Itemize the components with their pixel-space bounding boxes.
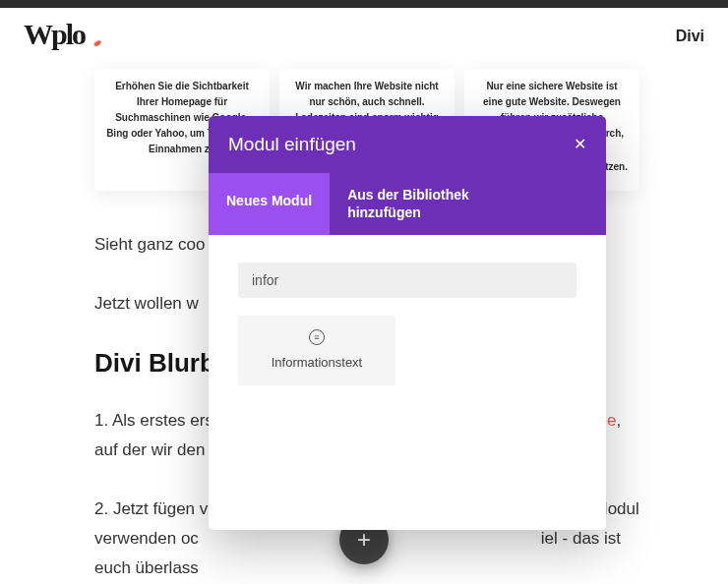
nav-link-divi[interactable]: Divi bbox=[676, 28, 704, 45]
modal-tabs: Neues Modul Aus der Bibliothek hinzufüge… bbox=[209, 173, 606, 235]
tab-new-module[interactable]: Neues Modul bbox=[209, 173, 330, 235]
article-link[interactable]: e bbox=[607, 411, 616, 430]
logo[interactable]: Wplo bbox=[24, 20, 106, 53]
modal-header: Modul einfügen ✕ bbox=[209, 116, 606, 173]
browser-chrome-strip bbox=[0, 0, 728, 8]
modal-title: Modul einfügen bbox=[228, 134, 356, 155]
article-text: 1. Als erstes ers bbox=[94, 411, 213, 430]
insert-module-modal: Modul einfügen ✕ Neues Modul Aus der Bib… bbox=[209, 116, 606, 530]
article-text: Sieht ganz coo bbox=[94, 235, 205, 254]
site-header: Wplo Divi bbox=[0, 8, 728, 73]
module-option-label: Informationstext bbox=[246, 355, 388, 370]
modal-body: ≡ Informationstext bbox=[209, 235, 606, 530]
article-text: 2. Jetzt fügen v bbox=[94, 499, 208, 518]
info-icon: ≡ bbox=[309, 329, 325, 345]
tab-from-library[interactable]: Aus der Bibliothek hinzufügen bbox=[330, 173, 507, 235]
plus-icon: + bbox=[357, 526, 371, 554]
wplo-logo-svg: Wplo bbox=[24, 20, 106, 53]
article-text: Jetzt wollen w bbox=[94, 294, 199, 313]
module-option-informationstext[interactable]: ≡ Informationstext bbox=[238, 316, 395, 385]
svg-text:Wplo: Wplo bbox=[24, 20, 86, 50]
close-icon[interactable]: ✕ bbox=[574, 137, 586, 152]
module-search-input[interactable] bbox=[238, 263, 576, 298]
info-icon-glyph: ≡ bbox=[314, 332, 319, 342]
